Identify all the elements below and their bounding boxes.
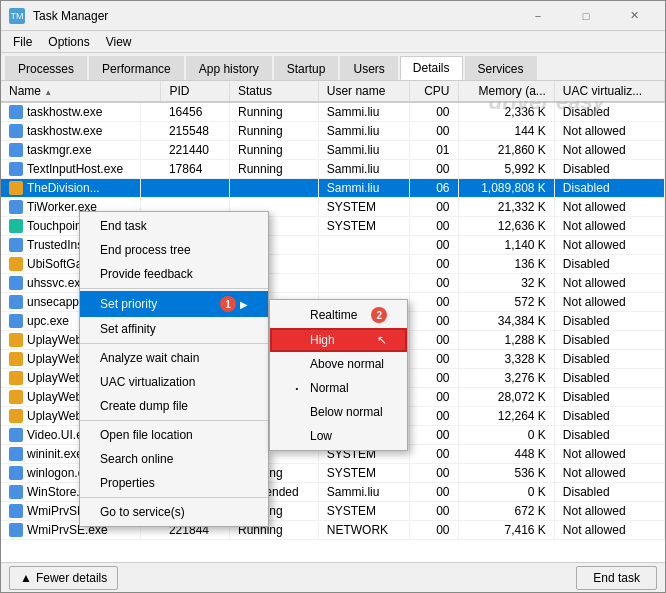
ctx-end-task[interactable]: End task [80, 214, 268, 238]
priority-normal[interactable]: • Normal [270, 376, 407, 400]
table-row[interactable]: TextInputHost.exe 17864 Running Sammi.li… [1, 160, 665, 179]
ctx-uac-virtualization[interactable]: UAC virtualization [80, 370, 268, 394]
cell-uac: Not allowed [554, 293, 664, 312]
priority-below-normal[interactable]: Below normal [270, 400, 407, 424]
priority-high[interactable]: High ↖ [270, 328, 407, 352]
ctx-go-to-service[interactable]: Go to service(s) [80, 500, 268, 524]
end-task-button[interactable]: End task [576, 566, 657, 590]
process-icon [9, 143, 23, 157]
tab-app-history[interactable]: App history [186, 56, 272, 80]
maximize-button[interactable]: □ [563, 6, 609, 26]
cell-status: Running [229, 102, 318, 122]
fewer-details-button[interactable]: ▲ Fewer details [9, 566, 118, 590]
ctx-create-dump[interactable]: Create dump file [80, 394, 268, 418]
cell-uac: Not allowed [554, 236, 664, 255]
above-normal-label: Above normal [310, 357, 384, 371]
priority-realtime[interactable]: Realtime 2 [270, 302, 407, 328]
cell-memory: 3,328 K [458, 350, 554, 369]
priority-above-normal[interactable]: Above normal [270, 352, 407, 376]
ctx-provide-feedback[interactable]: Provide feedback [80, 262, 268, 286]
high-label: High [310, 333, 335, 347]
title-bar: TM Task Manager − □ ✕ [1, 1, 665, 31]
process-icon [9, 523, 23, 537]
main-content: driver easy Name ▲ PID Status User name … [1, 81, 665, 562]
cell-memory: 0 K [458, 483, 554, 502]
priority-submenu: Realtime 2 High ↖ Above normal • Normal … [269, 299, 408, 451]
process-icon [9, 276, 23, 290]
cell-cpu: 00 [410, 388, 458, 407]
cell-name: taskhostw.exe [1, 122, 141, 140]
ctx-set-affinity[interactable]: Set affinity [80, 317, 268, 341]
cell-name: taskmgr.exe [1, 141, 141, 159]
tab-processes[interactable]: Processes [5, 56, 87, 80]
cell-memory: 1,288 K [458, 331, 554, 350]
ctx-separator-1 [80, 288, 268, 289]
cell-uac: Not allowed [554, 122, 664, 141]
cell-memory: 448 K [458, 445, 554, 464]
process-icon [9, 238, 23, 252]
cell-uac: Disabled [554, 388, 664, 407]
menu-options[interactable]: Options [40, 33, 97, 51]
cell-uac: Disabled [554, 426, 664, 445]
cell-cpu: 00 [410, 102, 458, 122]
col-header-mem[interactable]: Memory (a... [458, 81, 554, 102]
table-row[interactable]: taskmgr.exe 221440 Running Sammi.liu 01 … [1, 141, 665, 160]
cell-cpu: 00 [410, 217, 458, 236]
tab-performance[interactable]: Performance [89, 56, 184, 80]
process-icon [9, 257, 23, 271]
ctx-properties[interactable]: Properties [80, 471, 268, 495]
ctx-set-priority[interactable]: Set priority 1 ▶ [80, 291, 268, 317]
cell-uac: Not allowed [554, 445, 664, 464]
ctx-search-online[interactable]: Search online [80, 447, 268, 471]
cell-user: SYSTEM [318, 198, 409, 217]
col-header-status[interactable]: Status [229, 81, 318, 102]
ctx-open-file-location[interactable]: Open file location [80, 423, 268, 447]
menu-bar: File Options View [1, 31, 665, 53]
cell-user: Sammi.liu [318, 141, 409, 160]
cell-memory: 1,089,808 K [458, 179, 554, 198]
cell-pid: 17864 [161, 160, 230, 179]
cell-cpu: 00 [410, 160, 458, 179]
table-row[interactable]: TheDivision... Sammi.liu 06 1,089,808 K … [1, 179, 665, 198]
ctx-analyze-wait-chain[interactable]: Analyze wait chain [80, 346, 268, 370]
tab-details[interactable]: Details [400, 56, 463, 80]
priority-low[interactable]: Low [270, 424, 407, 448]
col-header-pid[interactable]: PID [161, 81, 230, 102]
cell-cpu: 00 [410, 407, 458, 426]
tab-users[interactable]: Users [340, 56, 397, 80]
cell-user: NETWORK [318, 521, 409, 540]
process-name: taskhostw.exe [27, 105, 102, 119]
cell-uac: Disabled [554, 350, 664, 369]
tab-startup[interactable]: Startup [274, 56, 339, 80]
col-header-cpu[interactable]: CPU [410, 81, 458, 102]
cell-memory: 28,072 K [458, 388, 554, 407]
cell-user [318, 274, 409, 293]
menu-view[interactable]: View [98, 33, 140, 51]
process-icon [9, 295, 23, 309]
col-header-user[interactable]: User name [318, 81, 409, 102]
cell-name: TheDivision... [1, 179, 141, 197]
table-row[interactable]: taskhostw.exe 16456 Running Sammi.liu 00… [1, 102, 665, 122]
context-menu: End task End process tree Provide feedba… [79, 211, 269, 527]
cell-uac: Disabled [554, 407, 664, 426]
cell-user: Sammi.liu [318, 122, 409, 141]
cell-memory: 672 K [458, 502, 554, 521]
cell-cpu: 00 [410, 331, 458, 350]
cell-cpu: 00 [410, 198, 458, 217]
close-button[interactable]: ✕ [611, 6, 657, 26]
minimize-button[interactable]: − [515, 6, 561, 26]
process-icon [9, 105, 23, 119]
col-header-uac[interactable]: UAC virtualiz... [554, 81, 664, 102]
table-row[interactable]: taskhostw.exe 215548 Running Sammi.liu 0… [1, 122, 665, 141]
menu-file[interactable]: File [5, 33, 40, 51]
realtime-badge: 2 [371, 307, 387, 323]
tab-services[interactable]: Services [465, 56, 537, 80]
process-icon [9, 352, 23, 366]
col-header-name[interactable]: Name ▲ [1, 81, 161, 102]
cell-memory: 21,332 K [458, 198, 554, 217]
cell-name: taskhostw.exe [1, 103, 141, 121]
fewer-details-label: Fewer details [36, 571, 107, 585]
cell-memory: 21,860 K [458, 141, 554, 160]
cell-user: Sammi.liu [318, 179, 409, 198]
ctx-end-process-tree[interactable]: End process tree [80, 238, 268, 262]
